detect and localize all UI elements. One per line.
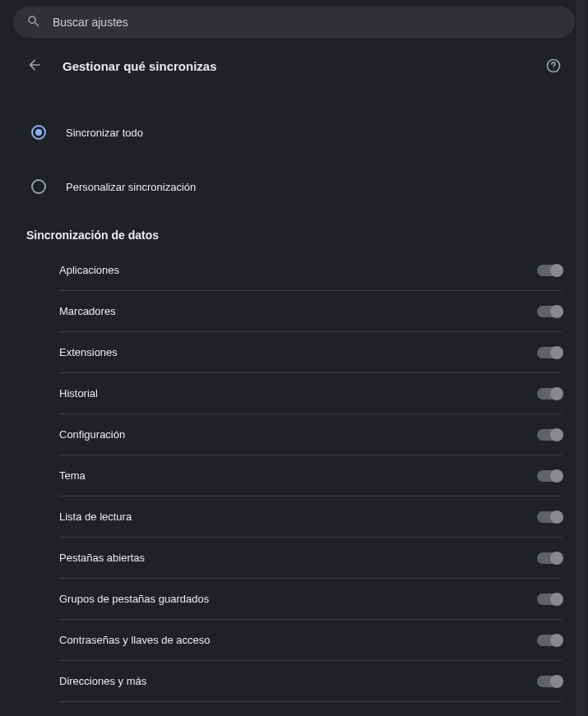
- search-input[interactable]: [53, 16, 562, 29]
- toggle-label: Aplicaciones: [59, 264, 119, 276]
- toggle-label: Grupos de pestañas guardados: [59, 593, 209, 605]
- help-button[interactable]: [545, 58, 562, 74]
- radio-label: Personalizar sincronización: [66, 181, 196, 193]
- toggle-row-historial: Historial: [59, 373, 562, 414]
- toggle-switch[interactable]: [537, 388, 562, 400]
- toggle-label: Contraseñas y llaves de acceso: [59, 634, 211, 646]
- radio-indicator: [31, 179, 46, 194]
- page-title: Gestionar qué sincronizas: [63, 59, 525, 73]
- search-icon: [26, 14, 53, 31]
- toggle-row-direcciones: Direcciones y más: [59, 661, 562, 702]
- toggle-label: Marcadores: [59, 305, 116, 317]
- toggle-switch[interactable]: [537, 511, 562, 523]
- radio-customize-sync[interactable]: Personalizar sincronización: [26, 168, 562, 206]
- toggle-row-aplicaciones: Aplicaciones: [59, 250, 562, 291]
- content-area: Gestionar qué sincronizas Sincronizar to…: [0, 38, 588, 716]
- toggle-switch[interactable]: [537, 635, 562, 646]
- radio-label: Sincronizar todo: [66, 127, 143, 139]
- back-button[interactable]: [26, 58, 43, 74]
- toggle-row-marcadores: Marcadores: [59, 291, 562, 332]
- toggle-row-lista-lectura: Lista de lectura: [59, 497, 562, 538]
- toggle-label: Pestañas abiertas: [59, 552, 145, 564]
- toggle-switch[interactable]: [537, 347, 562, 358]
- svg-point-1: [553, 69, 554, 70]
- toggle-label: Configuración: [59, 428, 125, 441]
- toggle-row-configuracion: Configuración: [59, 414, 562, 455]
- toggle-row-contrasenas: Contraseñas y llaves de acceso: [59, 620, 562, 661]
- section-heading: Sincronización de datos: [26, 229, 562, 242]
- toggle-switch[interactable]: [537, 265, 562, 276]
- arrow-left-icon: [26, 57, 43, 76]
- toggle-switch[interactable]: [537, 306, 562, 317]
- toggle-label: Extensiones: [59, 346, 118, 358]
- toggle-label: Lista de lectura: [59, 510, 132, 523]
- toggle-row-metodos-pago: Métodos de pago, ofertas y direcciones c…: [59, 702, 562, 716]
- toggle-label: Direcciones y más: [59, 675, 146, 687]
- toggle-switch[interactable]: [537, 429, 562, 441]
- toggle-label: Historial: [59, 387, 98, 400]
- toggle-switch[interactable]: [537, 594, 562, 605]
- radio-indicator: [31, 125, 46, 140]
- radio-sync-all[interactable]: Sincronizar todo: [26, 113, 562, 151]
- toggle-switch[interactable]: [537, 676, 562, 687]
- scrollbar[interactable]: [576, 0, 586, 716]
- toggle-row-grupos-pestanas: Grupos de pestañas guardados: [59, 579, 562, 620]
- toggle-list: Aplicaciones Marcadores Extensiones Hist…: [26, 250, 562, 716]
- help-icon: [545, 64, 562, 76]
- toggle-row-extensiones: Extensiones: [59, 332, 562, 373]
- search-bar[interactable]: [13, 7, 575, 38]
- page-header: Gestionar qué sincronizas: [26, 58, 562, 74]
- toggle-switch[interactable]: [537, 552, 562, 564]
- toggle-label: Tema: [59, 469, 86, 482]
- toggle-row-tema: Tema: [59, 455, 562, 497]
- toggle-row-pestanas-abiertas: Pestañas abiertas: [59, 538, 562, 579]
- toggle-switch[interactable]: [537, 470, 562, 482]
